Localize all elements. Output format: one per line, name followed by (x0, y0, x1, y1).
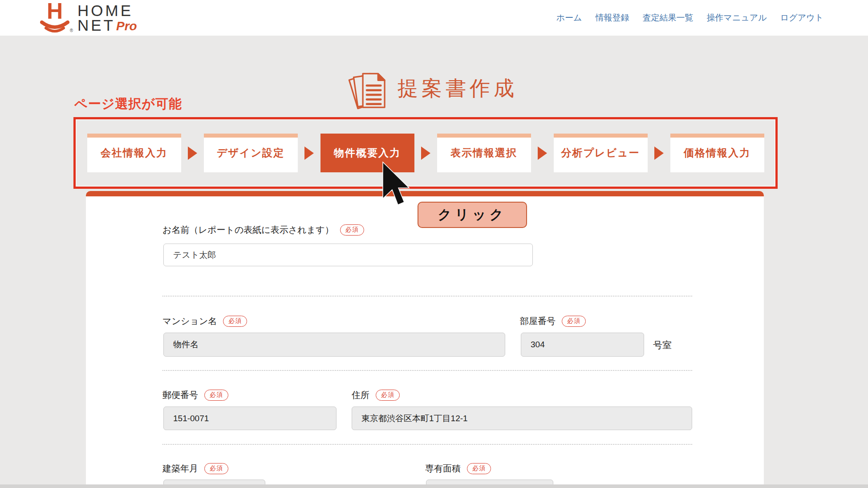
address-label: 住所 必須 (352, 389, 400, 401)
area-label: 専有面積 必須 (425, 463, 491, 475)
header: H ® HOME NET Pro ホーム 情報登録 査定結果一覧 操作マニュアル… (0, 0, 868, 36)
nav-assessment-results[interactable]: 査定結果一覧 (643, 12, 694, 24)
main-nav: ホーム 情報登録 査定結果一覧 操作マニュアル ログアウト (556, 0, 823, 36)
logo-pro-label: Pro (116, 20, 137, 33)
step-display-info[interactable]: 表示情報選択 (437, 134, 531, 172)
window-bottom-edge (0, 484, 868, 488)
step-bar: 会社情報入力 デザイン設定 物件概要入力 表示情報選択 分析プレビュー 価格情報… (87, 134, 764, 172)
zip-input[interactable] (163, 407, 337, 430)
required-badge: 必須 (467, 463, 491, 474)
section-divider (162, 296, 692, 297)
required-badge: 必須 (340, 224, 364, 236)
mansion-name-input[interactable] (163, 333, 505, 357)
click-callout: クリック (418, 202, 527, 228)
required-badge: 必須 (204, 390, 228, 401)
section-divider (162, 370, 692, 371)
built-date-label: 建築年月 必須 (162, 463, 228, 475)
annotation-note: ページ選択が可能 (74, 95, 182, 113)
section-divider (162, 444, 692, 445)
name-input[interactable] (163, 244, 533, 266)
nav-logout[interactable]: ログアウト (780, 12, 823, 24)
step-arrow-icon (654, 146, 664, 160)
registered-mark: ® (70, 28, 73, 33)
nav-home[interactable]: ホーム (556, 12, 582, 24)
room-number-input[interactable] (521, 333, 644, 357)
required-badge: 必須 (204, 463, 228, 474)
card-top-bar (86, 191, 764, 196)
logo-wordmark: HOME NET Pro (77, 4, 137, 33)
step-analysis-preview[interactable]: 分析プレビュー (554, 134, 648, 172)
page-title: 提案書作成 (397, 75, 518, 102)
room-suffix: 号室 (653, 339, 672, 351)
app-window: H ® HOME NET Pro ホーム 情報登録 査定結果一覧 操作マニュアル… (0, 0, 868, 488)
required-badge: 必須 (223, 316, 247, 327)
home-net-logo-icon: H ® (39, 2, 70, 33)
step-arrow-icon (304, 146, 314, 160)
nav-info-register[interactable]: 情報登録 (596, 12, 629, 24)
room-number-label: 部屋番号 必須 (520, 315, 586, 327)
step-design-settings[interactable]: デザイン設定 (204, 134, 298, 172)
required-badge: 必須 (376, 390, 400, 401)
mansion-name-label: マンション名 必須 (162, 315, 247, 327)
address-input[interactable] (352, 407, 692, 430)
logo-arcs-icon (40, 20, 69, 34)
step-price-info[interactable]: 価格情報入力 (670, 134, 764, 172)
wizard-highlight-box: 会社情報入力 デザイン設定 物件概要入力 表示情報選択 分析プレビュー 価格情報… (73, 117, 778, 189)
name-field-label: お名前（レポートの表紙に表示されます） 必須 (162, 224, 364, 236)
cursor-icon (381, 161, 413, 207)
required-badge: 必須 (562, 316, 586, 327)
documents-icon (345, 70, 391, 111)
zip-label: 郵便番号 必須 (162, 389, 228, 401)
step-arrow-icon (538, 146, 547, 160)
step-arrow-icon (421, 146, 430, 160)
logo-h-glyph: H (47, 0, 63, 22)
step-arrow-icon (188, 146, 197, 160)
nav-manual[interactable]: 操作マニュアル (707, 12, 767, 24)
step-company-info[interactable]: 会社情報入力 (87, 134, 181, 172)
home-net-logo[interactable]: H ® HOME NET Pro (39, 2, 137, 33)
